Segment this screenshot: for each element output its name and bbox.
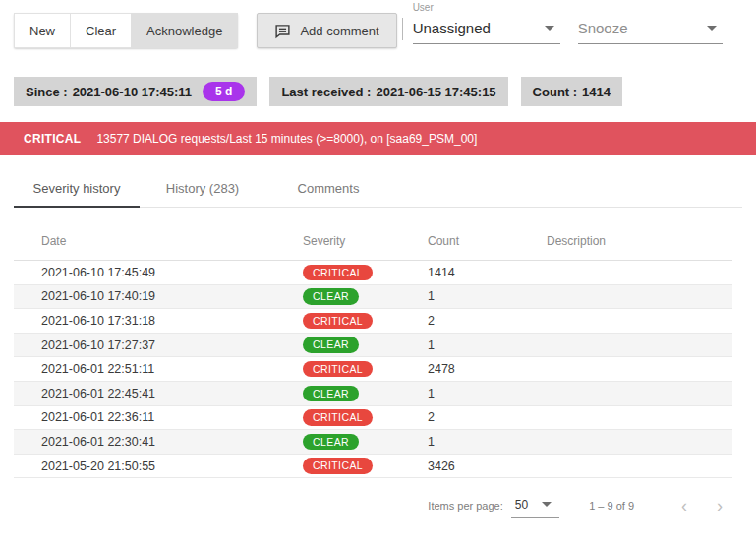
- cell-count: 1: [428, 435, 547, 449]
- comment-icon: [274, 23, 291, 39]
- last-received-label: Last received :: [281, 85, 371, 99]
- severity-badge: CLEAR: [303, 434, 359, 451]
- cell-date: 2021-06-10 17:45:49: [14, 266, 303, 279]
- table-row[interactable]: 2021-06-10 17:40:19 CLEAR 1: [14, 285, 732, 310]
- cell-date: 2021-06-10 17:31:18: [14, 314, 303, 328]
- cell-count: 1414: [428, 266, 547, 279]
- table-row[interactable]: 2021-06-10 17:31:18 CRITICAL 2: [14, 309, 732, 334]
- alert-message: 13577 DIALOG requests/Last 15 minutes (>…: [96, 132, 477, 146]
- toolbar-divider: [402, 18, 403, 40]
- column-header-count: Count: [428, 234, 547, 248]
- since-chip: Since : 2021-06-10 17:45:11 5 d: [14, 77, 257, 106]
- table-row[interactable]: 2021-06-01 22:30:41 CLEAR 1: [14, 430, 732, 455]
- chevron-down-icon: [542, 502, 552, 507]
- last-received-chip: Last received : 2021-06-15 17:45:15: [269, 77, 507, 106]
- table-body: 2021-06-10 17:45:49 CRITICAL 1414 2021-0…: [14, 261, 732, 478]
- since-label: Since :: [26, 85, 68, 99]
- since-value: 2021-06-10 17:45:11: [73, 85, 192, 99]
- column-header-description: Description: [547, 234, 732, 248]
- paginator: Items per page: 50 1 – 9 of 9 ‹ ›: [0, 493, 732, 519]
- table-row[interactable]: 2021-06-10 17:45:49 CRITICAL 1414: [14, 261, 732, 285]
- cell-count: 3426: [428, 460, 547, 473]
- toolbar: New Clear Acknowledge Add comment User U…: [0, 0, 756, 48]
- severity-badge: CLEAR: [303, 386, 359, 402]
- cell-date: 2021-05-20 21:50:55: [14, 460, 303, 473]
- next-page-button[interactable]: ›: [707, 493, 732, 519]
- count-label: Count :: [533, 85, 577, 99]
- items-per-page-label: Items per page:: [428, 500, 502, 512]
- severity-history-table: Date Severity Count Description 2021-06-…: [14, 221, 732, 478]
- table-row[interactable]: 2021-05-20 21:50:55 CRITICAL 3426: [14, 455, 732, 479]
- severity-badge: CRITICAL: [303, 265, 373, 281]
- severity-badge: CLEAR: [303, 288, 359, 305]
- snooze-select-value: Snooze: [578, 20, 628, 36]
- cell-date: 2021-06-01 22:45:41: [14, 387, 303, 400]
- cell-date: 2021-06-10 17:40:19: [14, 289, 303, 303]
- page-range: 1 – 9 of 9: [589, 500, 634, 512]
- count-value: 1414: [582, 85, 611, 99]
- cell-count: 1: [428, 338, 547, 352]
- alert-severity: CRITICAL: [24, 132, 81, 146]
- cell-count: 2: [428, 314, 547, 328]
- severity-badge: CRITICAL: [303, 458, 373, 474]
- severity-badge: CLEAR: [303, 337, 359, 353]
- cell-date: 2021-06-10 17:27:37: [14, 338, 303, 352]
- user-select[interactable]: User Unassigned: [413, 2, 560, 44]
- tab-history[interactable]: History (283): [140, 170, 265, 208]
- items-per-page-select[interactable]: 50: [511, 495, 559, 518]
- table-row[interactable]: 2021-06-10 17:27:37 CLEAR 1: [14, 334, 732, 358]
- table-row[interactable]: 2021-06-01 22:36:11 CRITICAL 2: [14, 406, 732, 431]
- cell-count: 2: [428, 410, 547, 424]
- cell-date: 2021-06-01 22:36:11: [14, 410, 303, 424]
- duration-badge: 5 d: [203, 82, 245, 101]
- column-header-date: Date: [14, 234, 303, 248]
- chevron-down-icon: [545, 26, 554, 31]
- cell-count: 1: [428, 387, 547, 400]
- add-comment-label: Add comment: [300, 24, 378, 38]
- chevron-down-icon: [707, 26, 717, 31]
- table-row[interactable]: 2021-06-01 22:51:11 CRITICAL 2478: [14, 357, 732, 382]
- new-button[interactable]: New: [14, 13, 70, 48]
- alert-banner: CRITICAL 13577 DIALOG requests/Last 15 m…: [0, 122, 756, 155]
- table-row[interactable]: 2021-06-01 22:45:41 CLEAR 1: [14, 382, 732, 406]
- tab-comments[interactable]: Comments: [265, 170, 391, 208]
- previous-page-button[interactable]: ‹: [671, 493, 697, 519]
- clear-button[interactable]: Clear: [70, 13, 131, 48]
- severity-badge: CRITICAL: [303, 361, 373, 378]
- alert-info-bar: Since : 2021-06-10 17:45:11 5 d Last rec…: [0, 77, 756, 106]
- table-header: Date Severity Count Description: [14, 221, 732, 261]
- add-comment-button[interactable]: Add comment: [257, 13, 396, 48]
- acknowledge-button[interactable]: Acknowledge: [131, 13, 238, 48]
- count-chip: Count : 1414: [521, 77, 622, 106]
- items-per-page-value: 50: [515, 498, 528, 512]
- status-button-group: New Clear Acknowledge: [14, 13, 238, 48]
- last-received-value: 2021-06-15 17:45:15: [376, 85, 495, 99]
- tab-bar: Severity history History (283) Comments: [14, 170, 742, 208]
- cell-count: 2478: [428, 362, 547, 376]
- user-select-label: User: [413, 2, 560, 15]
- severity-badge: CRITICAL: [303, 313, 373, 330]
- tab-severity-history[interactable]: Severity history: [14, 170, 140, 208]
- severity-badge: CRITICAL: [303, 409, 373, 426]
- user-select-value: Unassigned: [413, 20, 491, 36]
- snooze-select[interactable]: Snooze: [578, 15, 723, 44]
- column-header-severity: Severity: [303, 234, 428, 248]
- cell-date: 2021-06-01 22:30:41: [14, 435, 303, 449]
- cell-date: 2021-06-01 22:51:11: [14, 362, 303, 376]
- cell-count: 1: [428, 289, 547, 303]
